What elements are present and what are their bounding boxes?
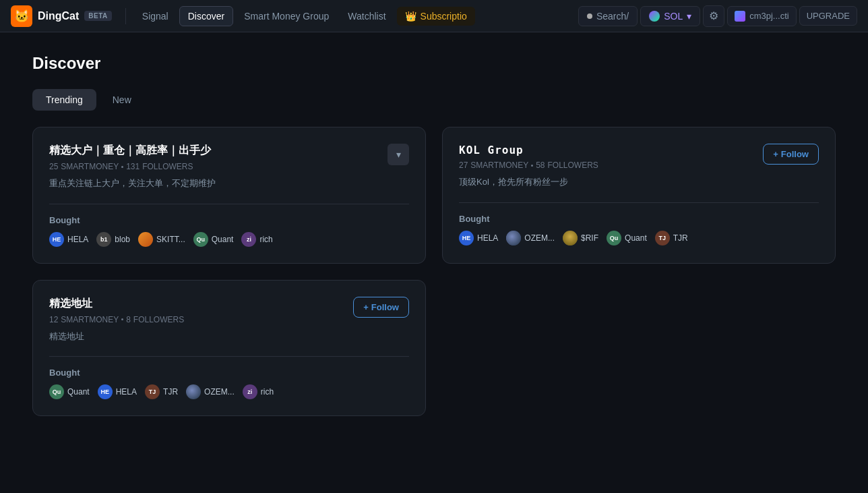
token-3-quant-avatar: Qu — [49, 384, 64, 399]
tabs-container: Trending New — [32, 89, 836, 111]
card-2-meta-dot — [531, 165, 533, 167]
sol-chevron: ▾ — [687, 11, 691, 22]
crown-icon: 👑 — [405, 11, 416, 22]
token-skitt: SKITT... — [138, 232, 185, 247]
card-1-bought-label: Bought — [49, 215, 409, 225]
token-2-hela-label: HELA — [477, 233, 498, 243]
card-2-tokens: HE HELA OZEM... $RIF Qu Qu — [459, 231, 819, 245]
sol-icon — [649, 11, 660, 22]
token-2-tjr: TJ TJR — [655, 231, 688, 245]
subscription-label: Subscriptio — [421, 11, 467, 22]
token-3-hela-label: HELA — [116, 387, 137, 397]
token-2-rif: $RIF — [563, 231, 598, 245]
card-1-smartmoney-count: 25 — [49, 162, 58, 171]
card-1-smartmoney-label: SMARTMONEY — [61, 162, 119, 171]
card-2-smartmoney-count: 27 — [459, 161, 468, 170]
token-2-ozem: OZEM... — [506, 231, 555, 245]
wallet-address: cm3pj...cti — [749, 11, 789, 21]
chevron-down-icon: ▾ — [396, 149, 401, 160]
card-3-follow-button[interactable]: + Follow — [353, 297, 409, 318]
card-3-smartmoney-count: 12 — [49, 315, 58, 324]
token-3-rich: zi rich — [243, 384, 274, 399]
nav-smart-money[interactable]: Smart Money Group — [236, 7, 337, 26]
beta-badge: BETA — [84, 11, 111, 21]
card-3-title: 精选地址 — [49, 297, 184, 311]
logo[interactable]: 🐱 DingCat BETA — [11, 5, 112, 27]
follow-label-3: Follow — [371, 302, 399, 312]
nav-subscription[interactable]: 👑 Subscriptio — [397, 7, 475, 26]
token-3-quant-label: Quant — [67, 387, 90, 397]
tab-trending[interactable]: Trending — [32, 89, 96, 111]
card-1-header: 精选大户｜重仓｜高胜率｜出手少 25 SMARTMONEY 131 FOLLOW… — [49, 144, 409, 190]
token-3-hela: HE HELA — [98, 384, 137, 399]
token-rich: zi rich — [241, 232, 272, 247]
token-2-ozem-label: OZEM... — [524, 233, 555, 243]
page-title: Discover — [32, 54, 836, 73]
card-3-divider — [49, 356, 409, 357]
card-1-tokens: HE HELA b1 blob SKITT... Qu Quant zi — [49, 232, 409, 247]
token-quant-label: Quant — [212, 235, 234, 244]
card-2-bought-label: Bought — [459, 214, 819, 224]
card-1: 精选大户｜重仓｜高胜率｜出手少 25 SMARTMONEY 131 FOLLOW… — [32, 127, 426, 264]
token-2-rif-avatar — [563, 231, 578, 245]
card-1-collapse-button[interactable]: ▾ — [388, 144, 409, 165]
card-2-title: KOL Group — [459, 144, 598, 156]
nav-settings[interactable]: ⚙ — [703, 5, 724, 27]
logo-text: DingCat — [38, 10, 79, 22]
token-3-ozem: OZEM... — [186, 384, 235, 399]
card-3-bought-label: Bought — [49, 368, 409, 378]
token-2-quant-avatar: Qu — [607, 231, 621, 245]
card-2-follow-button[interactable]: + Follow — [763, 144, 819, 165]
follow-label: Follow — [781, 149, 809, 159]
token-skitt-label: SKITT... — [156, 235, 185, 244]
token-3-quant: Qu Quant — [49, 384, 90, 399]
card-2-followers-count: 58 — [536, 161, 545, 170]
card-2-info: KOL Group 27 SMARTMONEY 58 FOLLOWERS 顶级K… — [459, 144, 598, 189]
token-3-ozem-label: OZEM... — [204, 387, 235, 397]
card-3-desc: 精选地址 — [49, 330, 184, 343]
token-3-rich-label: rich — [261, 387, 274, 397]
token-rich-label: rich — [259, 235, 272, 244]
card-2-smartmoney-label: SMARTMONEY — [470, 161, 528, 170]
card-1-meta: 25 SMARTMONEY 131 FOLLOWERS — [49, 162, 216, 171]
card-2-followers-label: FOLLOWERS — [548, 161, 598, 170]
card-3-header: 精选地址 12 SMARTMONEY 8 FOLLOWERS 精选地址 + Fo… — [49, 297, 409, 343]
card-1-divider — [49, 204, 409, 204]
card-3-meta-dot — [121, 318, 123, 320]
card-1-meta-dot — [121, 166, 123, 168]
nav-signal[interactable]: Signal — [134, 7, 177, 26]
token-hela-avatar: HE — [49, 232, 64, 247]
token-2-tjr-avatar: TJ — [655, 231, 670, 245]
card-1-followers-count: 131 — [126, 162, 140, 171]
logo-icon: 🐱 — [11, 5, 32, 27]
nav-discover[interactable]: Discover — [179, 6, 233, 26]
nav-search[interactable]: Search/ — [578, 6, 638, 26]
token-3-tjr: TJ TJR — [145, 384, 178, 399]
plus-icon-3: + — [363, 302, 369, 312]
card-2-header: KOL Group 27 SMARTMONEY 58 FOLLOWERS 顶级K… — [459, 144, 819, 189]
token-blob-label: blob — [115, 235, 130, 244]
token-3-tjr-avatar: TJ — [145, 384, 160, 399]
card-2-divider — [459, 202, 819, 203]
card-3-followers-label: FOLLOWERS — [133, 315, 184, 324]
sol-label: SOL — [664, 11, 683, 22]
token-2-rif-label: $RIF — [581, 233, 598, 243]
token-2-quant-label: Quant — [625, 233, 647, 243]
nav-upgrade[interactable]: UPGRADE — [799, 6, 857, 26]
token-3-rich-avatar: zi — [243, 384, 257, 399]
token-blob: b1 blob — [96, 232, 130, 247]
nav-wallet[interactable]: cm3pj...cti — [727, 6, 797, 26]
navbar: 🐱 DingCat BETA Signal Discover Smart Mon… — [0, 0, 868, 32]
token-2-hela: HE HELA — [459, 231, 498, 245]
search-label: Search/ — [596, 11, 629, 22]
token-skitt-avatar — [138, 232, 153, 247]
token-hela: HE HELA — [49, 232, 88, 247]
wallet-icon — [735, 11, 745, 22]
token-quant-avatar: Qu — [193, 232, 208, 247]
nav-sol[interactable]: SOL ▾ — [640, 6, 700, 26]
tab-new[interactable]: New — [99, 89, 145, 111]
card-3-tokens: Qu Quant HE HELA TJ TJR OZEM... zi ri — [49, 384, 409, 399]
card-1-followers-label: FOLLOWERS — [142, 162, 193, 171]
nav-watchlist[interactable]: Watchlist — [340, 7, 394, 26]
nav-divider — [125, 8, 126, 24]
